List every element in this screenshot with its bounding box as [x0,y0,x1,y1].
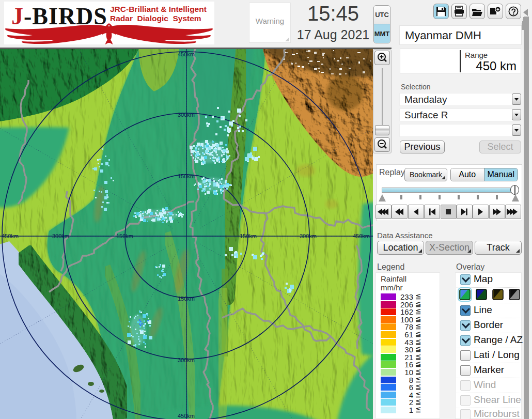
svg-text:450km: 450km [353,233,370,239]
svg-text:300km: 300km [52,233,69,239]
svg-text:450km: 450km [178,51,195,57]
svg-text:300km: 300km [178,112,195,118]
svg-text:450km: 450km [178,413,195,419]
svg-text:300km: 300km [300,233,317,239]
svg-text:150km: 150km [178,296,195,302]
svg-text:150km: 150km [116,233,133,239]
svg-text:300km: 300km [178,357,195,363]
svg-text:450km: 450km [2,233,19,239]
svg-text:150km: 150km [178,173,195,179]
svg-text:150km: 150km [240,233,257,239]
